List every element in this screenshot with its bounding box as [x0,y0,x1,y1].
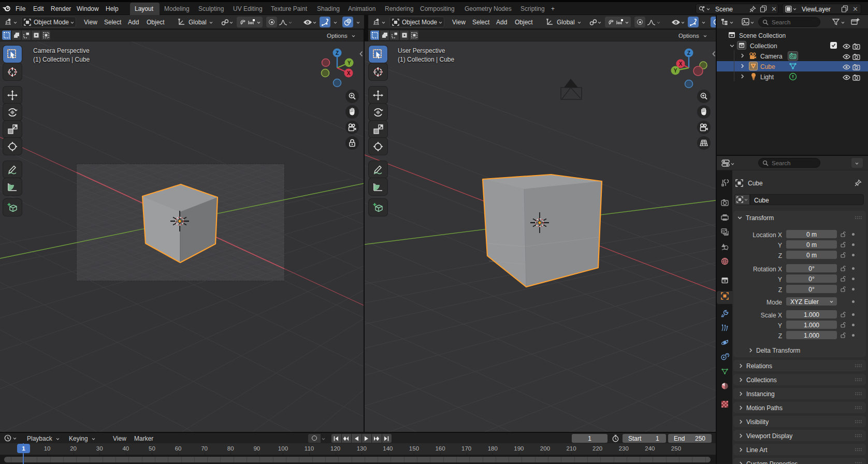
svg-text:Y: Y [348,60,351,66]
svg-text:X: X [347,70,351,76]
svg-text:Y: Y [674,68,677,74]
svg-text:Z: Z [336,50,339,56]
svg-text:X: X [679,61,683,67]
svg-text:Z: Z [687,50,690,56]
